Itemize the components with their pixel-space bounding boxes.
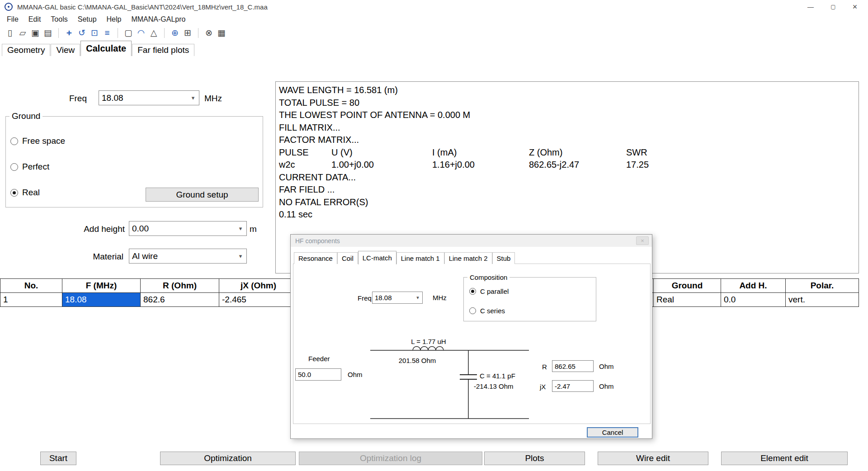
menu-edit[interactable]: Edit [24,14,46,25]
output-line: CURRENT DATA... [279,171,859,184]
dialog-tab-strip: Resonance Coil LC-match Line match 1 Lin… [294,250,515,264]
wire-edit-button[interactable]: Wire edit [598,452,708,465]
header-r-ohm: R (Ohm) [141,279,219,293]
tab-far-field-plots[interactable]: Far field plots [132,44,194,56]
dialog-freq-unit-label: MHz [433,294,447,301]
plots-button[interactable]: Plots [484,452,585,465]
menu-file[interactable]: File [2,14,24,25]
dialog-tab-line-match-1[interactable]: Line match 1 [396,252,444,264]
header-jx-ohm: jX (Ohm) [219,279,298,293]
menu-mmana-galpro[interactable]: MMANA-GALpro [126,14,190,25]
add-height-combo[interactable]: 0.00 ▾ [129,221,247,236]
chevron-down-icon[interactable]: ▾ [187,94,199,101]
print-icon[interactable]: ▤ [42,27,54,39]
element-edit-button[interactable]: Element edit [721,452,848,465]
triangle-icon[interactable]: △ [147,27,160,39]
close-button[interactable]: × [844,0,865,14]
output-line: FILL MATRIX... [279,122,859,134]
cell-polar[interactable]: vert. [786,293,859,307]
pulse-header-cell: U (V) [331,146,353,159]
toolbar-separator [118,28,118,38]
rotate-icon[interactable]: ↺ [75,27,88,39]
toolbar-separator [58,28,59,38]
toolbar-separator [164,28,165,38]
pulse-header-cell: Z (Ohm) [529,146,562,159]
menu-help[interactable]: Help [102,14,127,25]
add-height-unit-label: m [250,224,257,234]
output-line: NO FATAL ERROR(S) [279,196,859,209]
ground-legend: Ground [9,111,42,121]
copy-icon[interactable]: ⊞ [181,27,194,39]
wire-options-icon[interactable]: ≡ [101,27,113,39]
composition-legend: Composition [467,273,509,281]
feeder-label: Feeder [308,355,330,363]
start-button[interactable]: Start [40,452,76,465]
feeder-input[interactable] [295,368,341,381]
radio-c-parallel-label: C parallel [480,287,509,295]
radio-free-space[interactable]: Free space [10,136,65,146]
header-f-mhz: F (MHz) [62,279,141,293]
save-file-icon[interactable]: ▣ [29,27,42,39]
jx-unit-label: Ohm [599,382,614,390]
material-combo[interactable]: Al wire ▾ [129,249,247,264]
material-value: Al wire [129,251,235,261]
output-line: THE LOWEST POINT OF ANTENNA = 0.000 M [279,109,859,122]
r-input[interactable] [552,360,594,372]
cancel-button[interactable]: Cancel [587,427,638,438]
freq-combo-value: 18.08 [99,93,187,103]
radio-perfect-label: Perfect [22,162,49,172]
cell-ground[interactable]: Real [654,293,721,307]
radio-real[interactable]: Real [10,188,40,198]
composition-groupbox: Composition C parallel C series [463,277,596,321]
tab-geometry[interactable]: Geometry [2,44,50,56]
inductor-icon [413,347,443,351]
toolbar-separator [198,28,198,38]
chevron-down-icon[interactable]: ▾ [413,295,422,301]
dialog-tab-line-match-2[interactable]: Line match 2 [444,252,492,264]
calc-table-icon[interactable]: ▦ [215,27,228,39]
dialog-tab-lc-match[interactable]: LC-match [358,251,396,264]
dialog-title-bar[interactable]: HF components × [291,235,652,247]
chevron-down-icon[interactable]: ▾ [235,225,246,232]
tools-icon[interactable]: ⊗ [203,27,215,39]
jx-input[interactable] [552,380,594,392]
cell-add-h[interactable]: 0.0 [721,293,786,307]
wire-copy-icon[interactable]: ⊡ [88,27,101,39]
dialog-freq-label: Freq [358,294,372,302]
menu-tools[interactable]: Tools [46,14,72,25]
new-file-icon[interactable]: ▯ [4,27,16,39]
inductor-value-label: L = 1.77 uH [395,338,462,345]
pulse-data-cell: 17.25 [626,159,649,171]
minimize-button[interactable]: — [800,0,821,14]
cell-r-ohm[interactable]: 862.6 [141,293,219,307]
cell-f-mhz-selected[interactable]: 18.08 [62,293,141,307]
arc-icon[interactable]: ◠ [135,27,147,39]
radio-c-parallel[interactable]: C parallel [469,287,509,295]
maximize-button[interactable]: ▢ [823,0,844,14]
dialog-freq-combo[interactable]: 18.08 ▾ [372,292,423,304]
open-file-icon[interactable]: ▱ [16,27,29,39]
radio-perfect[interactable]: Perfect [10,162,49,172]
radio-c-series[interactable]: C series [469,307,505,315]
app-logo-icon[interactable] [5,3,13,11]
center-icon[interactable]: ⊕ [169,27,181,39]
dialog-tab-coil[interactable]: Coil [337,252,358,264]
header-polar: Polar. [786,279,859,293]
menu-setup[interactable]: Setup [73,14,102,25]
dialog-tab-resonance[interactable]: Resonance [294,252,337,264]
toolbar: ▯ ▱ ▣ ▤ + ↺ ⊡ ≡ ▢ ◠ △ ⊕ ⊞ ⊗ ▦ [0,25,868,41]
cell-no[interactable]: 1 [0,293,62,307]
optimization-button[interactable]: Optimization [160,452,296,465]
tab-calculate[interactable]: Calculate [80,41,132,56]
cell-jx-ohm[interactable]: -2.465 [219,293,298,307]
freq-combo[interactable]: 18.08 ▾ [99,90,199,105]
geometry-sheet-icon[interactable]: ▢ [122,27,135,39]
move-wires-icon[interactable]: + [63,27,75,39]
dialog-tab-stub[interactable]: Stub [492,252,515,264]
ground-setup-button[interactable]: Ground setup [146,188,259,202]
dialog-close-icon[interactable]: × [636,236,649,245]
window-title: MMANA-GAL basic C:\MMANA-GAL_Basic\ANT\2… [17,3,268,11]
pulse-header-cell: I (mA) [432,146,457,159]
tab-view[interactable]: View [51,44,80,56]
chevron-down-icon[interactable]: ▾ [235,253,246,259]
